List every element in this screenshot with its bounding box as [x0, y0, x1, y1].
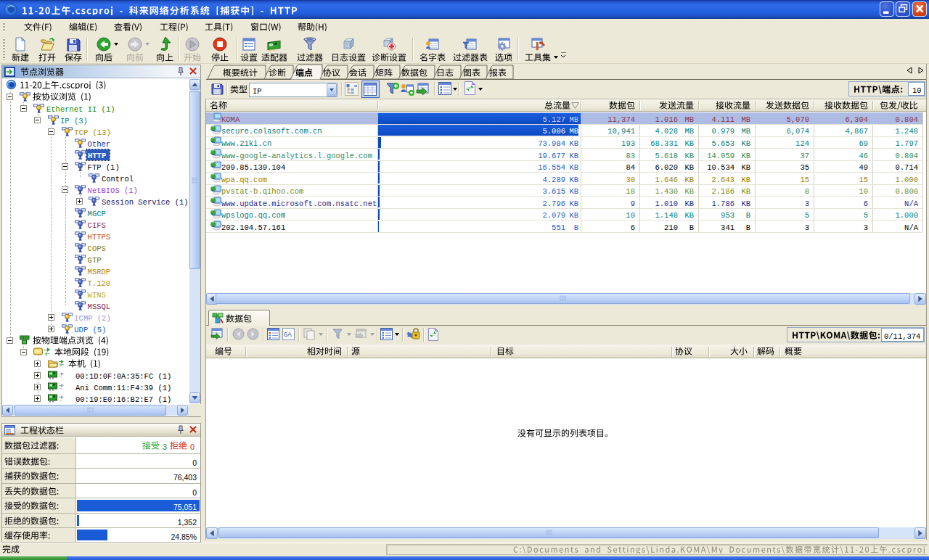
svg-text:6A: 6A: [284, 331, 292, 338]
